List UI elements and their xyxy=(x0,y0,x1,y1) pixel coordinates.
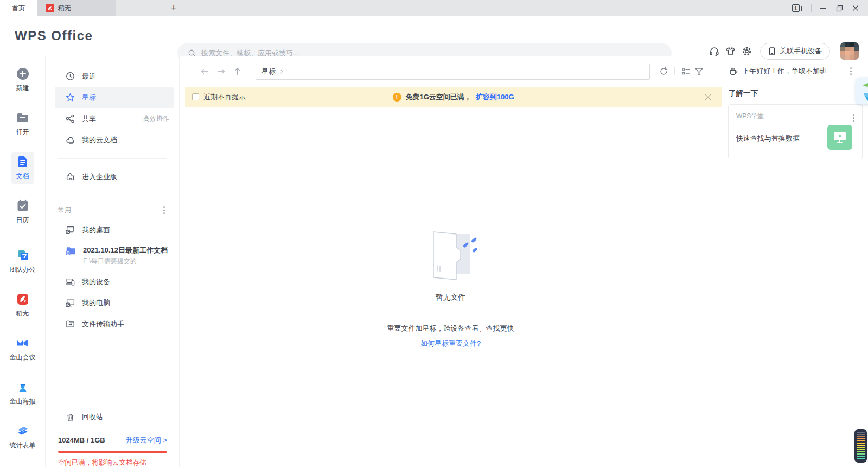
rail-item-forms[interactable]: 统计表单 xyxy=(5,421,40,453)
sidebar-item-starred[interactable]: 星标 xyxy=(55,87,174,108)
stats-form-icon xyxy=(16,424,30,438)
document-sidebar: 最近 星标 共享 高效协作 我的云文档 进入企业版 常用 我的桌面 2021.1… xyxy=(46,56,180,467)
sidebar-item-file-transfer[interactable]: 文件传输助手 xyxy=(55,313,174,335)
tab-list-icon xyxy=(801,6,804,11)
card-source: WPS学堂 xyxy=(736,112,854,121)
shared-tag: 高效协作 xyxy=(143,114,169,123)
restore-button[interactable] xyxy=(831,0,847,16)
filter-button[interactable] xyxy=(692,65,705,78)
window-controls: 1 xyxy=(788,0,868,16)
open-folder-icon xyxy=(16,111,30,125)
docer-logo-icon xyxy=(46,4,54,12)
view-mode-button[interactable] xyxy=(679,65,692,78)
empty-title: 暂无文件 xyxy=(436,293,466,302)
nav-forward-button[interactable] xyxy=(215,66,227,78)
computer-shortcut-icon xyxy=(66,298,75,307)
banner-message: 免费1G云空间已满， xyxy=(405,92,471,102)
refresh-button[interactable] xyxy=(657,65,670,78)
new-plus-icon xyxy=(16,67,30,81)
tab-count-badge: 1 xyxy=(792,4,800,12)
sidebar-item-my-devices[interactable]: 我的设备 xyxy=(55,271,174,292)
controls-divider xyxy=(811,4,812,12)
minimize-button[interactable] xyxy=(815,0,831,16)
common-more-icon[interactable] xyxy=(161,204,167,216)
wps-academy-card[interactable]: WPS学堂 快速查找与替换数据 xyxy=(728,104,863,159)
breadcrumb[interactable]: 星标 xyxy=(256,64,650,80)
tab-docer[interactable]: 稻壳 xyxy=(37,0,116,16)
coffee-cup-icon xyxy=(729,67,738,76)
tab-home[interactable]: 首页 xyxy=(0,0,37,16)
empty-folder-illustration xyxy=(419,230,482,284)
video-thumbnail[interactable] xyxy=(827,125,852,150)
learn-section-title: 了解一下 xyxy=(729,89,868,98)
document-icon xyxy=(16,155,30,169)
sidebar-item-enterprise[interactable]: 进入企业版 xyxy=(55,166,174,187)
edge-float-widget[interactable] xyxy=(856,78,868,104)
kingsoft-meeting-icon xyxy=(16,336,30,350)
sidebar-item-recent[interactable]: 最近 xyxy=(55,66,174,87)
enterprise-icon xyxy=(66,172,75,181)
toolbar-divider xyxy=(674,67,675,75)
rail-item-open[interactable]: 打开 xyxy=(11,108,34,140)
cloud-icon xyxy=(66,135,75,144)
storage-warning-text: 空间已满，将影响云文档存储 xyxy=(58,458,167,467)
link-phone-label: 关联手机设备 xyxy=(780,46,822,56)
dont-remind-label: 近期不再提示 xyxy=(203,92,246,102)
common-section-header: 常用 xyxy=(58,204,167,216)
sidebar-item-shared[interactable]: 共享 高效协作 xyxy=(55,108,174,129)
empty-state: 暂无文件 重要文件加星标，跨设备查看、查找更快 如何星标重要文件? xyxy=(180,230,722,349)
devices-icon xyxy=(66,277,75,286)
share-icon xyxy=(66,114,75,123)
upgrade-storage-link[interactable]: 升级云空间 > xyxy=(126,436,167,445)
sidebar-item-work-folder[interactable]: 2021.10.12日最新工作文档 E:\每日需要提交的 xyxy=(55,242,174,270)
phone-icon xyxy=(768,47,776,55)
sidebar-item-trash[interactable]: 回收站 xyxy=(55,407,174,428)
folder-title: 2021.10.12日最新工作文档 xyxy=(83,245,168,255)
sidebar-divider xyxy=(58,195,167,195)
banner-close-icon[interactable] xyxy=(704,93,712,101)
kingsoft-poster-icon xyxy=(16,380,30,394)
right-panel: 下午好好工作，争取不加班 了解一下 WPS学堂 快速查找与替换数据 xyxy=(722,56,868,467)
greeting-more-icon[interactable] xyxy=(848,65,854,77)
tab-list-button[interactable]: 1 xyxy=(788,0,808,16)
rail-item-apps[interactable]: 应用 xyxy=(12,465,34,467)
rail-item-docs[interactable]: 文档 xyxy=(11,152,34,184)
equalizer-widget[interactable] xyxy=(854,429,867,463)
close-button[interactable] xyxy=(847,0,864,16)
main-toolbar: 星标 xyxy=(180,56,722,87)
video-play-icon xyxy=(833,131,847,144)
left-rail: 新建 打开 文档 日历 团队办公 稻壳 金山会议 金山海报 统计表单 应用 xyxy=(0,56,46,467)
sidebar-item-cloud-docs[interactable]: 我的云文档 xyxy=(55,129,174,150)
tab-home-label: 首页 xyxy=(12,4,25,13)
how-to-star-link[interactable]: 如何星标重要文件? xyxy=(420,339,481,349)
calendar-icon xyxy=(16,199,30,213)
card-more-icon[interactable] xyxy=(851,112,857,124)
warning-icon: ! xyxy=(392,93,401,102)
card-title: 快速查找与替换数据 xyxy=(736,134,812,143)
expand-storage-link[interactable]: 扩容到100G xyxy=(476,92,514,102)
sidebar-item-my-computer[interactable]: 我的电脑 xyxy=(55,292,174,313)
storage-full-banner: 近期不再提示 ! 免费1G云空间已满， 扩容到100G xyxy=(185,87,722,107)
rail-item-team[interactable]: 团队办公 xyxy=(5,245,40,277)
dont-remind-checkbox[interactable] xyxy=(192,93,199,100)
equalizer-stripes xyxy=(857,432,865,460)
trash-icon xyxy=(66,413,75,422)
storage-progress-bar xyxy=(58,451,167,453)
rail-item-poster[interactable]: 金山海报 xyxy=(5,377,40,409)
new-tab-button[interactable]: + xyxy=(164,0,183,16)
nav-back-button[interactable] xyxy=(199,66,210,78)
greeting-row: 下午好好工作，争取不加班 xyxy=(729,65,854,77)
nav-up-button[interactable] xyxy=(231,66,243,78)
rail-item-docer[interactable]: 稻壳 xyxy=(11,289,34,321)
rail-item-new[interactable]: 新建 xyxy=(11,64,34,96)
rail-item-calendar[interactable]: 日历 xyxy=(11,195,34,228)
arrows-widget-icon xyxy=(856,78,868,104)
sidebar-item-my-desktop[interactable]: 我的桌面 xyxy=(55,219,174,241)
title-bar: 首页 稻壳 + 1 xyxy=(0,0,868,16)
sidebar-spacer xyxy=(46,335,179,407)
star-icon xyxy=(66,93,75,102)
folder-path: E:\每日需要提交的 xyxy=(83,257,168,266)
rail-item-meeting[interactable]: 金山会议 xyxy=(5,333,40,365)
main-content: 星标 近期不再提示 ! 免费1G云空间已满， 扩容到100G 暂无文件 重要文件… xyxy=(180,56,722,467)
blue-folder-icon xyxy=(66,245,76,256)
